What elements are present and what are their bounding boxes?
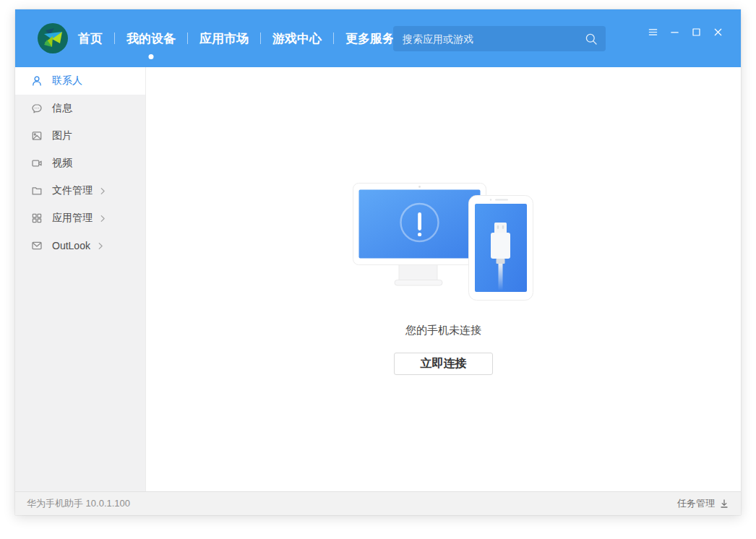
sidebar: 联系人信息图片视频文件管理应用管理OutLook: [15, 67, 146, 491]
chevron-right-icon: [97, 242, 105, 250]
search-input[interactable]: [393, 26, 585, 51]
sidebar-item-videos[interactable]: 视频: [15, 150, 145, 177]
phone-not-connected-illustration: [353, 181, 535, 301]
chevron-right-icon: [99, 215, 107, 223]
sidebar-item-label: 文件管理: [52, 184, 93, 197]
status-message: 您的手机未连接: [405, 324, 481, 337]
nav-item-more-services[interactable]: 更多服务: [345, 30, 395, 47]
close-button[interactable]: [707, 22, 729, 41]
desktop-background: 首页我的设备应用市场游戏中心更多服务 联系人信息图片视频文件管理应用管理OutL…: [0, 0, 756, 539]
messages-icon: [31, 103, 43, 114]
nav-separator: [333, 33, 334, 44]
sidebar-item-contacts[interactable]: 联系人: [15, 67, 145, 95]
contacts-icon: [31, 75, 43, 87]
header-bar: 首页我的设备应用市场游戏中心更多服务: [15, 9, 741, 67]
file-manager-icon: [31, 185, 43, 197]
sidebar-item-outlook[interactable]: OutLook: [15, 232, 145, 259]
maximize-icon: [691, 27, 702, 38]
minimize-button[interactable]: [663, 22, 685, 41]
sidebar-item-label: 信息: [52, 102, 72, 115]
task-manager-button[interactable]: 任务管理: [677, 497, 729, 510]
pictures-icon: [31, 130, 43, 142]
sidebar-item-file-manager[interactable]: 文件管理: [15, 177, 145, 204]
connect-now-button[interactable]: 立即连接: [394, 353, 493, 375]
sidebar-item-label: 应用管理: [52, 212, 93, 225]
close-icon: [713, 27, 723, 38]
sidebar-item-label: 视频: [52, 157, 72, 170]
main-nav: 首页我的设备应用市场游戏中心更多服务: [78, 9, 395, 67]
sidebar-item-label: 图片: [52, 129, 72, 142]
task-manager-label: 任务管理: [677, 497, 715, 510]
app-manager-icon: [31, 212, 43, 224]
nav-separator: [114, 33, 115, 44]
search-box: [393, 26, 606, 51]
monitor-graphic: [353, 184, 486, 286]
sidebar-item-messages[interactable]: 信息: [15, 95, 145, 122]
menu-icon: [648, 27, 658, 38]
sidebar-item-app-manager[interactable]: 应用管理: [15, 204, 145, 232]
window-controls: [642, 22, 729, 41]
footer-bar: 华为手机助手 10.0.1.100 任务管理: [15, 491, 741, 515]
chevron-right-icon: [99, 187, 107, 195]
hisuite-logo-icon: [38, 23, 68, 53]
sidebar-item-label: 联系人: [52, 74, 82, 87]
sidebar-item-label: OutLook: [52, 240, 90, 251]
nav-separator: [260, 33, 261, 44]
nav-item-home[interactable]: 首页: [78, 30, 103, 47]
maximize-button[interactable]: [685, 22, 707, 41]
app-version-label: 华为手机助手 10.0.1.100: [27, 497, 130, 510]
sidebar-item-pictures[interactable]: 图片: [15, 122, 145, 150]
hisuite-window: 首页我的设备应用市场游戏中心更多服务 联系人信息图片视频文件管理应用管理OutL…: [15, 9, 741, 515]
videos-icon: [31, 158, 43, 169]
window-body: 联系人信息图片视频文件管理应用管理OutLook: [15, 67, 741, 491]
nav-separator: [187, 33, 188, 44]
download-icon: [719, 499, 729, 509]
nav-item-app-market[interactable]: 应用市场: [199, 30, 249, 47]
phone-usb-graphic: [468, 196, 533, 301]
menu-button[interactable]: [642, 22, 663, 41]
outlook-icon: [31, 240, 43, 251]
minimize-icon: [669, 27, 680, 38]
nav-item-game-center[interactable]: 游戏中心: [272, 30, 322, 47]
nav-item-my-devices[interactable]: 我的设备: [126, 30, 176, 47]
main-content: 您的手机未连接 立即连接: [146, 67, 741, 491]
search-icon[interactable]: [585, 33, 598, 46]
